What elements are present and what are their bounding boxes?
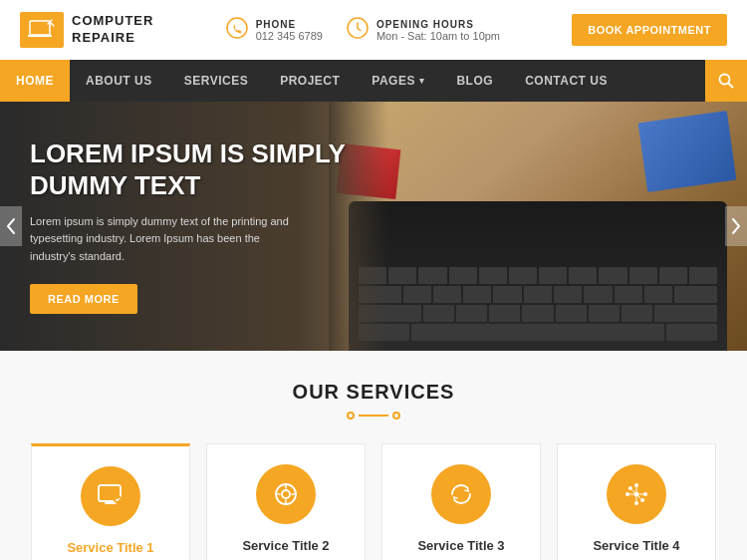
book-appointment-button[interactable]: BOOK APPOINTMENT	[572, 14, 727, 46]
hours-details: OPENING HOURS Mon - Sat: 10am to 10pm	[376, 19, 500, 42]
logo-icon	[20, 12, 64, 48]
svg-line-7	[729, 84, 733, 88]
main-navigation: HOME ABOUT US SERVICES PROJECT PAGES ▾ B…	[0, 60, 747, 102]
hero-prev-arrow[interactable]	[0, 206, 22, 246]
svg-point-15	[625, 492, 629, 496]
svg-point-4	[227, 18, 247, 38]
phone-info: PHONE 012 345 6789	[226, 17, 323, 44]
svg-line-24	[638, 496, 641, 499]
services-grid: Service Title 1 Lorem ipsum is simply du…	[20, 443, 727, 560]
nav-project[interactable]: PROJECT	[264, 60, 356, 102]
service-title-2: Service Title 2	[223, 538, 349, 553]
service-title-4: Service Title 4	[574, 538, 699, 553]
hero-content: LOREM IPSUM IS SIMPLY DUMMY TEXT Lorem i…	[0, 139, 375, 313]
svg-line-23	[632, 490, 635, 493]
nav-search-button[interactable]	[705, 60, 747, 102]
svg-point-12	[634, 492, 639, 497]
divider-line	[359, 415, 388, 417]
service-icon-1	[81, 466, 140, 526]
service-card-2[interactable]: Service Title 2 Lorem ipsum is simply du…	[206, 443, 366, 560]
divider-dot-left	[347, 412, 355, 420]
service-title-1: Service Title 1	[48, 540, 173, 555]
section-divider	[20, 412, 727, 420]
hero-next-arrow[interactable]	[725, 206, 747, 246]
service-card-1[interactable]: Service Title 1 Lorem ipsum is simply du…	[31, 443, 190, 560]
hero-section: LOREM IPSUM IS SIMPLY DUMMY TEXT Lorem i…	[0, 102, 747, 351]
phone-icon	[226, 17, 248, 44]
nav-home[interactable]: HOME	[0, 60, 70, 102]
hero-title: LOREM IPSUM IS SIMPLY DUMMY TEXT	[30, 139, 346, 200]
svg-point-16	[643, 492, 647, 496]
svg-point-9	[114, 495, 122, 503]
service-icon-2	[256, 464, 316, 524]
svg-point-17	[628, 486, 632, 490]
logo-text: COMPUTER REPAIRE	[72, 13, 153, 47]
nav-blog[interactable]: BLOG	[440, 60, 509, 102]
nav-pages[interactable]: PAGES ▾	[356, 60, 440, 102]
svg-point-11	[282, 490, 290, 498]
service-icon-4	[607, 464, 666, 524]
services-section: OUR SERVICES Service Title 1 Lorem ipsum…	[0, 351, 747, 560]
pages-dropdown-arrow: ▾	[419, 76, 425, 86]
hours-info: OPENING HOURS Mon - Sat: 10am to 10pm	[347, 17, 500, 44]
phone-details: PHONE 012 345 6789	[256, 19, 323, 42]
site-header: COMPUTER REPAIRE PHONE 012 345 6789	[0, 0, 747, 60]
read-more-button[interactable]: READ MORE	[30, 284, 137, 314]
laptop-wrench-icon	[28, 19, 56, 41]
hero-image-area	[329, 102, 747, 351]
logo[interactable]: COMPUTER REPAIRE	[20, 12, 153, 48]
nav-services[interactable]: SERVICES	[168, 60, 264, 102]
svg-rect-1	[28, 35, 52, 37]
service-card-4[interactable]: Service Title 4 Lorem ipsum is simply du…	[557, 443, 716, 560]
search-icon	[718, 73, 734, 89]
service-icon-3	[431, 464, 491, 524]
service-card-3[interactable]: Service Title 3 Lorem ipsum is simply du…	[381, 443, 541, 560]
nav-about[interactable]: ABOUT US	[70, 60, 168, 102]
services-title: OUR SERVICES	[20, 381, 727, 404]
nav-items: HOME ABOUT US SERVICES PROJECT PAGES ▾ B…	[0, 60, 705, 102]
header-info: PHONE 012 345 6789 OPENING HOURS Mon - S…	[226, 17, 500, 44]
divider-dot-right	[392, 412, 400, 420]
svg-point-13	[634, 483, 638, 487]
hero-description: Lorem ipsum is simply dummy text of the …	[30, 213, 309, 266]
clock-icon	[347, 17, 369, 44]
svg-point-18	[640, 498, 644, 502]
svg-rect-0	[30, 21, 50, 35]
service-title-3: Service Title 3	[398, 538, 524, 553]
nav-contact[interactable]: CONTACT US	[509, 60, 623, 102]
svg-point-14	[634, 501, 638, 505]
